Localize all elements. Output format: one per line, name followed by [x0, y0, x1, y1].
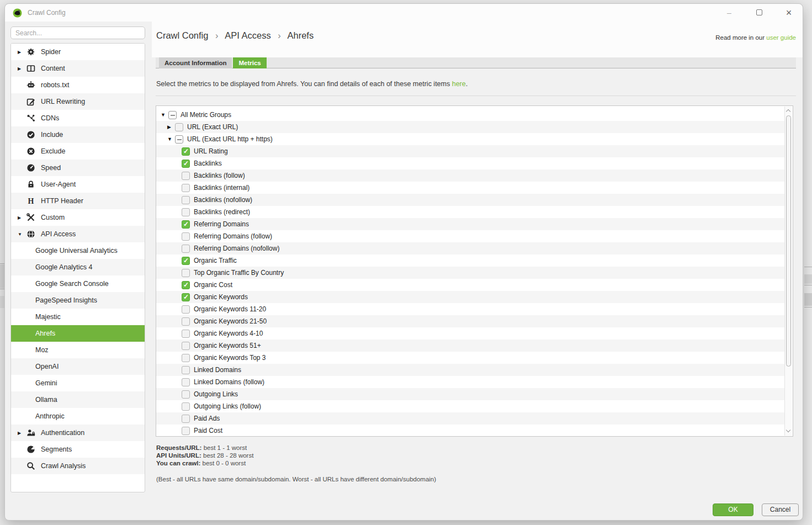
sidebar-item-google-search-console[interactable]: Google Search Console — [11, 275, 145, 292]
tree-item-organic-keywords-11-20[interactable]: Organic Keywords 11-20 — [156, 303, 784, 315]
sidebar-item-content[interactable]: ▶Content — [11, 60, 145, 77]
sidebar-item-majestic[interactable]: Majestic — [11, 309, 145, 325]
scrollbar-thumb[interactable] — [786, 115, 791, 367]
checkbox-unchecked[interactable] — [182, 330, 190, 338]
tree-item-organic-keywords-top-3[interactable]: Organic Keywords Top 3 — [156, 352, 784, 364]
breadcrumb-crawl-config[interactable]: Crawl Config — [156, 30, 208, 40]
checkbox-unchecked[interactable] — [182, 269, 190, 277]
sidebar-item-segments[interactable]: Segments — [11, 441, 145, 458]
tree-item-linked-domains-follow[interactable]: Linked Domains (follow) — [156, 376, 784, 388]
tree-item-backlinks-redirect[interactable]: Backlinks (redirect) — [156, 206, 784, 218]
search-input[interactable] — [10, 26, 145, 39]
checkbox-unchecked[interactable] — [182, 378, 190, 386]
sidebar-item-moz[interactable]: Moz — [11, 342, 145, 358]
checkbox-unchecked[interactable] — [182, 317, 190, 326]
tree-item-all-metric-groups[interactable]: ▼All Metric Groups — [156, 109, 784, 121]
tree-item-organic-keywords-21-50[interactable]: Organic Keywords 21-50 — [156, 315, 784, 327]
tree-item-outgoing-links[interactable]: Outgoing Links — [156, 388, 784, 400]
tree-item-url-exact-url[interactable]: ▶URL (Exact URL) — [156, 121, 784, 133]
chevron-collapsed-icon[interactable]: ▶ — [18, 431, 26, 436]
tree-item-organic-keywords[interactable]: Organic Keywords — [156, 291, 784, 303]
checkbox-unchecked[interactable] — [182, 354, 190, 362]
sidebar-item-spider[interactable]: ▶Spider — [11, 44, 145, 60]
checkbox-checked[interactable] — [182, 160, 190, 168]
sidebar-item-google-analytics-4[interactable]: Google Analytics 4 — [11, 259, 145, 275]
tree-item-referring-domains-follow[interactable]: Referring Domains (follow) — [156, 230, 784, 242]
checkbox-checked[interactable] — [182, 147, 190, 156]
minimize-button[interactable]: – — [721, 8, 737, 17]
tree-item-organic-cost[interactable]: Organic Cost — [156, 279, 784, 291]
user-guide-link[interactable]: user guide — [766, 34, 796, 41]
checkbox-unchecked[interactable] — [175, 123, 183, 131]
checkbox-checked[interactable] — [182, 257, 190, 265]
tree-item-linked-domains[interactable]: Linked Domains — [156, 364, 784, 376]
sidebar-item-google-universal-analytics[interactable]: Google Universal Analytics — [11, 242, 145, 259]
sidebar-item-cdns[interactable]: CDNs — [11, 110, 145, 126]
tree-item-backlinks-internal[interactable]: Backlinks (internal) — [156, 182, 784, 194]
sidebar-item-pagespeed-insights[interactable]: PageSpeed Insights — [11, 292, 145, 309]
tree-item-url-exact-url-http-https[interactable]: ▼URL (Exact URL http + https) — [156, 133, 784, 145]
chevron-collapsed-icon[interactable]: ▶ — [167, 124, 175, 130]
checkbox-partial[interactable] — [175, 135, 183, 144]
chevron-expanded-icon[interactable]: ▼ — [167, 136, 175, 142]
tree-item-referring-domains-nofollow[interactable]: Referring Domains (nofollow) — [156, 242, 784, 254]
checkbox-unchecked[interactable] — [182, 427, 190, 435]
tab-metrics[interactable]: Metrics — [233, 57, 266, 68]
tree-item-organic-keywords-4-10[interactable]: Organic Keywords 4-10 — [156, 327, 784, 340]
tree-item-organic-traffic[interactable]: Organic Traffic — [156, 254, 784, 267]
sidebar-item-robots-txt[interactable]: robots.txt — [11, 77, 145, 93]
sidebar-item-speed[interactable]: Speed — [11, 160, 145, 176]
sidebar-item-url-rewriting[interactable]: URL Rewriting — [11, 93, 145, 110]
tree-item-referring-domains[interactable]: Referring Domains — [156, 218, 784, 230]
checkbox-unchecked[interactable] — [182, 342, 190, 350]
ok-button[interactable]: OK — [713, 503, 753, 516]
checkbox-unchecked[interactable] — [182, 415, 190, 423]
checkbox-unchecked[interactable] — [182, 390, 190, 399]
sidebar-item-openai[interactable]: OpenAI — [11, 358, 145, 375]
tree-item-backlinks-nofollow[interactable]: Backlinks (nofollow) — [156, 194, 784, 206]
here-link[interactable]: here — [452, 80, 466, 88]
tab-account-information[interactable]: Account Information — [159, 57, 232, 68]
tree-item-top-organic-traffic-by-country[interactable]: Top Organic Traffic By Country — [156, 267, 784, 279]
checkbox-partial[interactable] — [168, 111, 177, 119]
tree-scrollbar[interactable] — [784, 107, 792, 436]
close-button[interactable]: × — [781, 7, 797, 19]
sidebar-item-user-agent[interactable]: User-Agent — [11, 176, 145, 193]
checkbox-unchecked[interactable] — [182, 172, 190, 180]
sidebar-item-anthropic[interactable]: Anthropic — [11, 408, 145, 425]
maximize-button[interactable] — [751, 8, 767, 18]
scroll-down-icon[interactable] — [787, 428, 790, 432]
tree-item-backlinks[interactable]: Backlinks — [156, 157, 784, 169]
tree-item-organic-keywords-51[interactable]: Organic Keywords 51+ — [156, 340, 784, 352]
sidebar-item-ollama[interactable]: Ollama — [11, 391, 145, 408]
breadcrumb-api-access[interactable]: API Access — [225, 30, 270, 40]
sidebar-item-api-access[interactable]: ▼API Access — [11, 226, 145, 242]
sidebar-item-ahrefs[interactable]: Ahrefs — [11, 325, 145, 342]
checkbox-checked[interactable] — [182, 293, 190, 301]
tree-item-url-rating[interactable]: URL Rating — [156, 145, 784, 157]
checkbox-unchecked[interactable] — [182, 208, 190, 216]
checkbox-unchecked[interactable] — [182, 196, 190, 204]
sidebar-item-authentication[interactable]: ▶Authentication — [11, 425, 145, 441]
cancel-button[interactable]: Cancel — [762, 503, 799, 516]
tree-item-outgoing-links-follow[interactable]: Outgoing Links (follow) — [156, 400, 784, 412]
sidebar-item-include[interactable]: Include — [11, 126, 145, 143]
chevron-expanded-icon[interactable]: ▼ — [18, 232, 26, 237]
tree-item-paid-cost[interactable]: Paid Cost — [156, 425, 784, 436]
checkbox-unchecked[interactable] — [182, 366, 190, 374]
chevron-collapsed-icon[interactable]: ▶ — [18, 215, 26, 220]
sidebar-item-gemini[interactable]: Gemini — [11, 375, 145, 391]
sidebar-item-http-header[interactable]: HHTTP Header — [11, 193, 145, 209]
tree-item-backlinks-follow[interactable]: Backlinks (follow) — [156, 169, 784, 182]
sidebar-item-custom[interactable]: ▶Custom — [11, 209, 145, 226]
checkbox-unchecked[interactable] — [182, 245, 190, 253]
sidebar-item-exclude[interactable]: Exclude — [11, 143, 145, 160]
chevron-collapsed-icon[interactable]: ▶ — [18, 66, 26, 71]
checkbox-checked[interactable] — [182, 281, 190, 289]
scroll-up-icon[interactable] — [787, 109, 790, 113]
checkbox-unchecked[interactable] — [182, 232, 190, 241]
checkbox-unchecked[interactable] — [182, 305, 190, 314]
checkbox-unchecked[interactable] — [182, 402, 190, 411]
sidebar-item-crawl-analysis[interactable]: Crawl Analysis — [11, 458, 145, 474]
chevron-collapsed-icon[interactable]: ▶ — [18, 50, 26, 55]
